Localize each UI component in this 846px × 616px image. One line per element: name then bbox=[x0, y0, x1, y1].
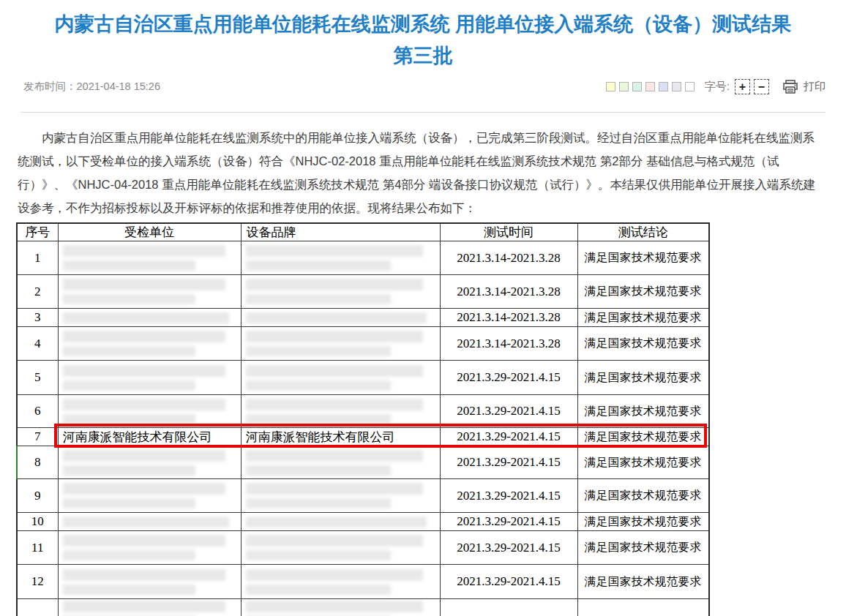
redacted-block bbox=[63, 535, 225, 546]
unit-cell bbox=[58, 513, 241, 531]
period-cell: 2021.3.29-2021.4.15 bbox=[440, 513, 577, 531]
results-table: 序号 受检单位 设备品牌 测试时间 测试结论 12021.3.14-2021.3… bbox=[16, 222, 710, 616]
redacted-block bbox=[246, 414, 391, 424]
font-decrease-button[interactable]: − bbox=[754, 79, 769, 94]
row-number: 1 bbox=[17, 241, 58, 275]
redacted-block bbox=[246, 465, 391, 476]
result-cell: 满足国家技术规范要求 bbox=[577, 361, 709, 395]
table-row: 42021.3.14-2021.3.28满足国家技术规范要求 bbox=[17, 327, 709, 361]
theme-swatch[interactable] bbox=[685, 82, 695, 91]
theme-swatch[interactable] bbox=[632, 82, 642, 91]
brand-cell bbox=[241, 275, 440, 309]
redacted-block bbox=[246, 260, 391, 271]
redacted-block bbox=[246, 585, 391, 595]
brand-cell bbox=[241, 309, 440, 327]
page-tools: 字号: + − 打印 bbox=[602, 79, 826, 94]
row-number: 4 bbox=[17, 327, 58, 361]
table-row: 122021.3.29-2021.4.15满足国家技术规范要求 bbox=[17, 565, 709, 599]
table-row: 7河南康派智能技术有限公司河南康派智能技术有限公司2021.3.29-2021.… bbox=[17, 428, 709, 446]
font-size-label: 字号: bbox=[705, 80, 730, 94]
row-number: 5 bbox=[17, 361, 58, 395]
table-row: 32021.3.14-2021.3.28满足国家技术规范要求 bbox=[17, 309, 709, 327]
redacted-block bbox=[246, 279, 424, 290]
redacted-block bbox=[246, 245, 424, 257]
brand-cell bbox=[241, 531, 440, 565]
theme-swatches bbox=[602, 82, 695, 91]
header-period: 测试时间 bbox=[440, 223, 577, 241]
redacted-block bbox=[246, 399, 424, 410]
result-cell: 满足国家技术规范要求 bbox=[577, 565, 709, 599]
unit-cell bbox=[58, 361, 241, 395]
redacted-block bbox=[246, 294, 391, 304]
table-row: 112021.3.29-2021.4.15满足国家技术规范要求 bbox=[17, 531, 709, 565]
unit-cell bbox=[58, 565, 241, 599]
publish-value: 2021-04-18 15:26 bbox=[77, 80, 161, 92]
theme-swatch[interactable] bbox=[645, 82, 655, 91]
article-paragraph: 内蒙古自治区重点用能单位能耗在线监测系统中的用能单位接入端系统（设备），已完成第… bbox=[18, 126, 824, 219]
brand-cell bbox=[241, 446, 440, 479]
redacted-block bbox=[246, 498, 391, 508]
unit-cell bbox=[58, 599, 241, 616]
row-number: 10 bbox=[17, 513, 58, 531]
redacted-block bbox=[63, 450, 225, 462]
redacted-block bbox=[63, 414, 196, 424]
redacted-block bbox=[63, 601, 225, 612]
print-label: 打印 bbox=[804, 80, 826, 94]
table-row: 52021.3.29-2021.4.15满足国家技术规范要求 bbox=[17, 361, 709, 395]
redacted-block bbox=[63, 585, 196, 595]
redacted-block bbox=[246, 380, 391, 391]
row-number: 3 bbox=[17, 309, 58, 327]
period-cell: 2021.3.29-2021.4.15 bbox=[440, 565, 577, 599]
table-row: 62021.3.29-2021.4.15满足国家技术规范要求 bbox=[17, 395, 709, 428]
period-cell: 2021.3.29-2021.4.15 bbox=[440, 446, 577, 479]
theme-swatch[interactable] bbox=[659, 82, 668, 91]
redacted-block bbox=[63, 294, 196, 304]
unit-cell bbox=[58, 446, 241, 479]
period-cell: 2021.3.29-2021.4.15 bbox=[440, 428, 577, 446]
redacted-block bbox=[246, 569, 424, 581]
redacted-block bbox=[63, 365, 225, 377]
table-row: 22021.3.14-2021.3.28满足国家技术规范要求 bbox=[17, 275, 709, 309]
row-number: 11 bbox=[17, 531, 58, 565]
period-cell: 2021.3.29-2021.4.15 bbox=[440, 531, 577, 565]
redacted-block bbox=[246, 535, 424, 546]
period-cell: 2021.3.14-2021.3.28 bbox=[440, 309, 577, 327]
table-row: 92021.3.29-2021.4.15满足国家技术规范要求 bbox=[17, 479, 709, 513]
brand-cell bbox=[241, 565, 440, 599]
redacted-block bbox=[246, 450, 424, 462]
redacted-block bbox=[246, 365, 424, 377]
page-title: 内蒙古自治区重点用能单位能耗在线监测系统 用能单位接入端系统（设备）测试结果 第… bbox=[53, 9, 793, 72]
header-no: 序号 bbox=[17, 223, 58, 241]
theme-swatch[interactable] bbox=[606, 82, 615, 91]
meta-bar: 发布时间：2021-04-18 15:26 字号: + − 打印 bbox=[20, 79, 826, 113]
row-number: 8 bbox=[17, 446, 58, 479]
result-cell: 满足国家技术规范要求 bbox=[577, 395, 709, 428]
redacted-block bbox=[63, 346, 196, 356]
result-cell: 满足国家技术规范要求 bbox=[577, 446, 709, 479]
table-header-row: 序号 受检单位 设备品牌 测试时间 测试结论 bbox=[17, 223, 709, 241]
redacted-block bbox=[63, 498, 196, 508]
redacted-block bbox=[246, 346, 391, 356]
redacted-block bbox=[63, 399, 225, 410]
unit-cell bbox=[58, 309, 241, 327]
publish-label: 发布时间： bbox=[23, 80, 77, 92]
period-cell: 2021.3.14-2021.3.28 bbox=[440, 327, 577, 361]
theme-swatch[interactable] bbox=[619, 82, 629, 91]
result-cell: 满足国家技术规范要求 bbox=[577, 309, 709, 327]
row-number: 7 bbox=[17, 428, 58, 446]
publish-time: 发布时间：2021-04-18 15:26 bbox=[20, 80, 160, 94]
print-button[interactable]: 打印 bbox=[782, 80, 826, 94]
brand-cell bbox=[241, 361, 440, 395]
header-result: 测试结论 bbox=[577, 223, 709, 241]
theme-swatch[interactable] bbox=[672, 82, 681, 91]
period-cell bbox=[440, 599, 577, 616]
brand-cell: 河南康派智能技术有限公司 bbox=[241, 428, 440, 446]
result-cell: 满足国家技术规范要求 bbox=[577, 241, 709, 275]
brand-cell bbox=[241, 327, 440, 361]
period-cell: 2021.3.29-2021.4.15 bbox=[440, 395, 577, 428]
unit-cell bbox=[58, 395, 241, 428]
redacted-block bbox=[63, 550, 196, 560]
header-unit: 受检单位 bbox=[58, 223, 241, 241]
font-increase-button[interactable]: + bbox=[735, 79, 750, 94]
unit-cell bbox=[58, 531, 241, 565]
